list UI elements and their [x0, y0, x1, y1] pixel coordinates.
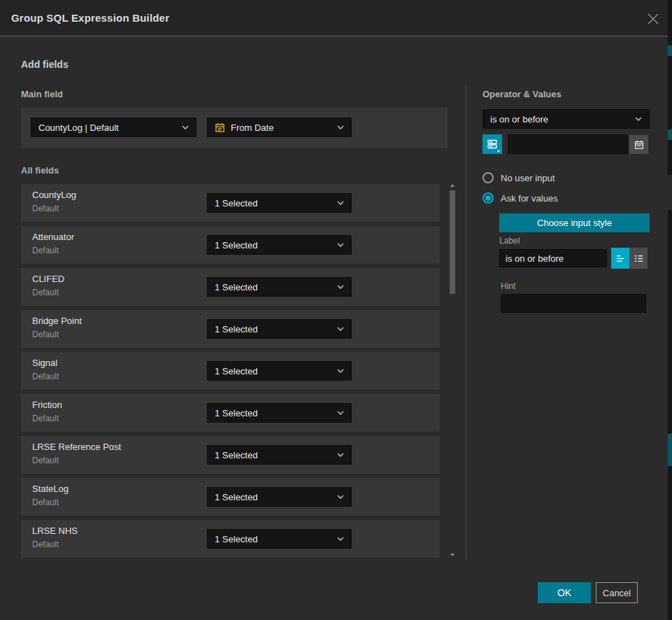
radio-on-icon — [482, 192, 494, 204]
field-selection-dropdown[interactable]: 1 Selected — [207, 319, 352, 339]
operator-select[interactable]: is on or before — [482, 109, 650, 129]
cancel-button[interactable]: Cancel — [596, 582, 638, 603]
radio-label: Ask for values — [501, 193, 558, 204]
align-left-lines-icon — [615, 253, 626, 264]
strip-accent — [668, 45, 672, 56]
main-field-select-value: From Date — [231, 122, 337, 133]
field-selection-value: 1 Selected — [215, 408, 337, 418]
dataset-select[interactable]: CountyLog | Default — [31, 118, 196, 137]
chevron-down-icon — [337, 201, 344, 205]
field-selection-dropdown[interactable]: 1 Selected — [207, 277, 352, 297]
hint-caption: Hint — [501, 281, 515, 291]
dataset-select-value: CountyLog | Default — [38, 122, 182, 133]
label-style-list-button[interactable] — [629, 248, 648, 269]
field-row-bridge-point: Bridge Point Default 1 Selected — [21, 310, 440, 348]
ok-button[interactable]: OK — [538, 582, 591, 603]
calendar-date-icon — [215, 122, 225, 133]
field-selection-value: 1 Selected — [215, 198, 337, 209]
chevron-down-icon — [337, 125, 344, 129]
all-fields-heading: All fields — [21, 165, 59, 176]
value-input[interactable] — [508, 134, 628, 154]
label-caption: Label — [499, 236, 520, 246]
mini-caret-icon — [497, 150, 500, 153]
chevron-down-icon — [337, 243, 344, 247]
field-type: Default — [32, 456, 59, 465]
field-name: StateLog — [32, 484, 69, 494]
field-row-attenuator: Attenuator Default 1 Selected — [21, 226, 440, 264]
group-sql-expression-builder-dialog: Group SQL Expression Builder Add fields … — [0, 0, 668, 620]
screen: Group SQL Expression Builder Add fields … — [0, 0, 672, 620]
field-name: Signal — [32, 358, 57, 368]
field-name: CountyLog — [32, 190, 76, 200]
add-fields-heading: Add fields — [21, 59, 69, 70]
scroll-down-arrow-icon[interactable] — [450, 554, 455, 556]
field-selection-value: 1 Selected — [215, 240, 337, 251]
field-type: Default — [32, 372, 59, 381]
choose-input-style-button[interactable]: Choose input style — [499, 213, 650, 232]
operator-values-heading: Operator & Values — [482, 89, 562, 99]
chevron-down-icon — [337, 327, 344, 331]
value-input-style-button[interactable] — [482, 134, 502, 154]
radio-label: No user input — [501, 173, 555, 183]
field-name: Bridge Point — [32, 316, 82, 326]
hint-input[interactable] — [501, 294, 646, 313]
scroll-up-arrow-icon[interactable] — [450, 184, 455, 187]
chevron-down-icon — [337, 453, 344, 457]
calendar-icon — [634, 140, 644, 150]
field-selection-value: 1 Selected — [215, 534, 337, 544]
field-selection-value: 1 Selected — [215, 450, 337, 460]
field-selection-dropdown[interactable]: 1 Selected — [207, 529, 352, 549]
field-selection-value: 1 Selected — [215, 366, 337, 376]
field-name: LRSE Reference Post — [32, 442, 121, 452]
list-scrollbar[interactable] — [450, 184, 455, 556]
field-row-signal: Signal Default 1 Selected — [21, 352, 440, 390]
field-name: Friction — [32, 400, 62, 410]
field-type: Default — [32, 246, 59, 255]
field-name: CLIFED — [32, 274, 64, 284]
field-row-friction: Friction Default 1 Selected — [21, 394, 440, 432]
dialog-header: Group SQL Expression Builder — [0, 0, 668, 36]
field-type: Default — [32, 204, 59, 213]
field-selection-dropdown[interactable]: 1 Selected — [207, 235, 352, 255]
main-field-select[interactable]: From Date — [207, 118, 352, 137]
strip-accent — [668, 129, 672, 140]
field-row-statelog: StateLog Default 1 Selected — [21, 478, 440, 516]
field-type: Default — [32, 414, 59, 423]
dialog-title: Group SQL Expression Builder — [11, 0, 169, 36]
panel-divider — [466, 85, 466, 560]
main-field-panel: CountyLog | Default From Date — [21, 108, 448, 148]
field-selection-value: 1 Selected — [215, 324, 337, 334]
chevron-down-icon — [337, 537, 344, 541]
radio-off-icon — [482, 172, 494, 183]
close-button[interactable] — [645, 10, 662, 27]
operator-select-value: is on or before — [490, 114, 635, 125]
main-field-heading: Main field — [21, 89, 63, 99]
field-type: Default — [32, 330, 59, 339]
chevron-down-icon — [337, 411, 344, 415]
field-type: Default — [32, 288, 59, 297]
close-icon — [647, 13, 659, 25]
radio-no-user-input[interactable]: No user input — [482, 172, 555, 183]
field-selection-dropdown[interactable]: 1 Selected — [207, 487, 352, 507]
chevron-down-icon — [337, 495, 344, 499]
chevron-down-icon — [182, 125, 189, 129]
scrollbar-thumb[interactable] — [450, 190, 455, 294]
field-row-lrse-reference-post: LRSE Reference Post Default 1 Selected — [21, 436, 440, 474]
date-picker-button[interactable] — [629, 135, 648, 154]
field-selection-dropdown[interactable]: 1 Selected — [207, 403, 352, 423]
field-type: Default — [32, 498, 59, 507]
field-selection-value: 1 Selected — [215, 492, 337, 502]
strip-accent — [668, 434, 672, 466]
label-input[interactable] — [499, 249, 607, 267]
chevron-down-icon — [635, 117, 642, 121]
field-row-lrse-nhs: LRSE NHS Default 1 Selected — [21, 520, 440, 558]
radio-ask-for-values[interactable]: Ask for values — [482, 192, 558, 204]
field-selection-value: 1 Selected — [215, 282, 337, 293]
chevron-down-icon — [337, 369, 344, 373]
label-style-text-button[interactable] — [611, 248, 629, 269]
field-selection-dropdown[interactable]: 1 Selected — [207, 361, 352, 381]
field-selection-dropdown[interactable]: 1 Selected — [207, 193, 352, 213]
field-selection-dropdown[interactable]: 1 Selected — [207, 445, 352, 465]
background-app-strip — [668, 0, 672, 620]
list-icon — [634, 253, 644, 264]
